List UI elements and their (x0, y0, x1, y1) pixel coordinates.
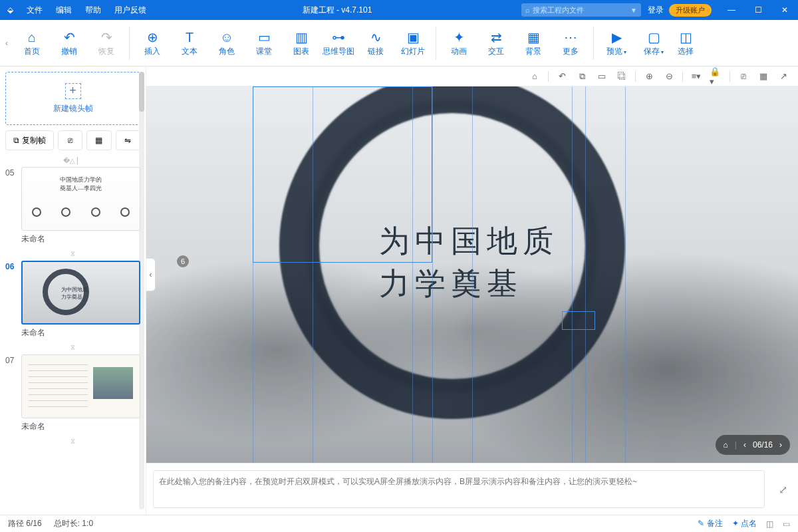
search-dropdown-icon[interactable]: ▼ (630, 7, 637, 14)
main-menu: 文件 编辑 帮助 用户反馈 (20, 5, 153, 16)
align-icon[interactable]: ≡▾ (690, 70, 703, 83)
qr-button[interactable]: ▦ (86, 130, 111, 150)
upgrade-badge[interactable]: 升级账户 (669, 4, 712, 17)
home-button[interactable]: ⌂首页 (13, 23, 51, 63)
nav-home-icon[interactable]: ⌂ (724, 440, 728, 450)
status-layout-icon[interactable]: ◫ (766, 519, 773, 529)
redo-button[interactable]: ↷恢复 (88, 23, 125, 63)
chart-icon: ▥ (295, 29, 308, 46)
menu-help[interactable]: 帮助 (78, 5, 108, 16)
save-button[interactable]: ▢保存▾ (635, 23, 672, 63)
canvas-toolbar: ⌂ ↶ ⧉ ▭ ⿻ ⊕ ⊖ ≡▾ 🔒▾ ⎚ ▦ ↗ (146, 66, 798, 86)
close-button[interactable]: ✕ (771, 0, 798, 20)
search-box[interactable]: ⌕ ▼ (521, 3, 641, 17)
status-present-icon[interactable]: ▭ (783, 519, 790, 529)
status-roll-button[interactable]: ✦ 点名 (732, 518, 757, 529)
bg-button[interactable]: ▦背景 (515, 23, 552, 63)
swap-icon: ⇋ (124, 136, 131, 145)
undo-button[interactable]: ↶撤销 (51, 23, 88, 63)
notes-input[interactable] (153, 470, 765, 508)
insert-button[interactable]: ⊕插入 (134, 23, 171, 63)
export-icon[interactable]: ↗ (777, 70, 790, 83)
grid-icon[interactable]: ▦ (757, 70, 770, 83)
collapse-up-icon[interactable]: �△ ▏ (5, 157, 140, 164)
nav-prev-icon[interactable]: ‹ (743, 440, 746, 450)
mindmap-button[interactable]: ⊶思维导图 (320, 23, 357, 63)
chart-button[interactable]: ▥图表 (283, 23, 320, 63)
maximize-button[interactable]: ☐ (745, 0, 771, 20)
search-input[interactable] (533, 6, 630, 14)
slide-icon: ▣ (407, 29, 420, 46)
camera-button[interactable]: ⎚ (58, 130, 82, 150)
slide-button[interactable]: ▣幻灯片 (394, 23, 432, 63)
redo-icon: ↷ (101, 29, 112, 46)
menu-file[interactable]: 文件 (20, 5, 49, 16)
slide-item-06[interactable]: 06 为中国地质 力学奠基 未命名 (5, 261, 140, 341)
link-button[interactable]: ∿链接 (357, 23, 394, 63)
zoom-out-icon[interactable]: ⊖ (662, 70, 676, 83)
slide-number: 06 (5, 261, 21, 341)
interact-icon: ⇄ (491, 29, 502, 46)
selection-box-small[interactable] (562, 311, 595, 330)
swap-button[interactable]: ⇋ (116, 130, 140, 150)
slide-number: 07 (5, 354, 21, 435)
link-icon: ∿ (370, 29, 382, 46)
menu-edit[interactable]: 编辑 (49, 5, 78, 16)
canvas[interactable]: 为中国地质 力学奠基 6 ‹ ⌂ | ‹ 06/16 (146, 86, 798, 463)
select-button[interactable]: ◫选择 (672, 23, 699, 63)
slide-item-05[interactable]: 05 中国地质力学的 奠基人—李四光 未命名 (5, 167, 140, 247)
status-note-button[interactable]: ✎ 备注 (698, 518, 722, 529)
status-path: 路径 6/16 (8, 518, 42, 529)
duplicate-icon[interactable]: ⿻ (615, 70, 628, 83)
bg-icon: ▦ (527, 29, 540, 46)
anim-button[interactable]: ✦动画 (440, 23, 477, 63)
class-icon: ▭ (258, 29, 271, 46)
plus-icon: + (65, 83, 81, 99)
transition-icon[interactable]: ⧖ (5, 438, 140, 446)
slide-thumbnail[interactable]: 为中国地质 力学奠基 (21, 261, 140, 325)
preview-button[interactable]: ▶预览▾ (598, 23, 635, 63)
ribbon-scroll-left-icon[interactable]: ‹ (5, 39, 13, 48)
qr-icon: ▦ (95, 136, 102, 145)
slide-thumbnail[interactable]: 中国地质力学的 奠基人—李四光 (21, 167, 140, 231)
paste-icon[interactable]: ▭ (595, 70, 608, 83)
transition-icon[interactable]: ⧖ (5, 250, 140, 258)
slide-name: 未命名 (21, 327, 140, 338)
titlebar: ⬙ 文件 编辑 帮助 用户反馈 新建工程 - v4.7.101 ⌕ ▼ 登录 升… (0, 0, 798, 20)
transition-icon[interactable]: ⧖ (5, 344, 140, 352)
copy-frame-button[interactable]: ⧉ 复制帧 (5, 130, 54, 150)
notes-panel: ⤢ (146, 463, 798, 515)
text-icon: T (186, 29, 194, 46)
role-button[interactable]: ☺角色 (208, 23, 245, 63)
home-view-icon[interactable]: ⌂ (528, 70, 541, 83)
selection-box[interactable] (253, 86, 432, 263)
minimize-button[interactable]: — (718, 0, 745, 20)
page-indicator: 06/16 (753, 440, 773, 450)
nav-next-icon[interactable]: › (779, 440, 782, 450)
copy-icon[interactable]: ⧉ (575, 70, 589, 83)
login-link[interactable]: 登录 (648, 5, 664, 16)
zoom-in-icon[interactable]: ⊕ (642, 70, 656, 83)
frame-tools: ⧉ 复制帧 ⎚ ▦ ⇋ (5, 130, 140, 150)
slide-thumbnail[interactable] (21, 354, 140, 418)
interact-button[interactable]: ⇄交互 (477, 23, 515, 63)
status-bar: 路径 6/16 总时长: 1:0 ✎ 备注 ✦ 点名 ◫ ▭ (0, 515, 798, 532)
slide-list: 05 中国地质力学的 奠基人—李四光 未命名 ⧖ 06 为中国地质 力学奠基 (5, 167, 140, 509)
more-button[interactable]: ⋯更多 (552, 23, 589, 63)
back-icon[interactable]: ↶ (555, 70, 569, 83)
search-icon: ⌕ (525, 6, 530, 14)
lock-icon[interactable]: 🔒▾ (710, 70, 723, 83)
expand-notes-icon[interactable]: ⤢ (779, 483, 787, 495)
class-button[interactable]: ▭课堂 (245, 23, 283, 63)
snapshot-icon[interactable]: ⎚ (737, 70, 750, 83)
home-icon: ⌂ (28, 29, 36, 46)
text-button[interactable]: T文本 (171, 23, 208, 63)
slide-name: 未命名 (21, 421, 140, 432)
collapse-sidebar-button[interactable]: ‹ (146, 258, 156, 291)
slide-item-07[interactable]: 07 未命名 (5, 354, 140, 435)
insert-icon: ⊕ (147, 29, 158, 46)
new-frame-button[interactable]: + 新建镜头帧 (5, 72, 140, 125)
window-title: 新建工程 - v4.7.101 (153, 5, 521, 16)
main-area: + 新建镜头帧 ⧉ 复制帧 ⎚ ▦ ⇋ �△ ▏ 05 中国地质力学的 奠基人—… (0, 66, 798, 515)
menu-feedback[interactable]: 用户反馈 (108, 5, 153, 16)
